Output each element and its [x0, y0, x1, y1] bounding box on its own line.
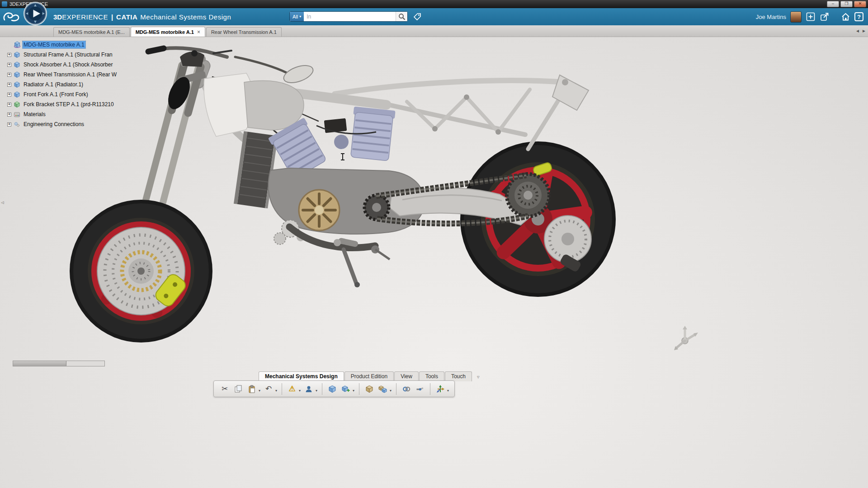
- front-wheel[interactable]: [70, 200, 212, 343]
- expand-icon[interactable]: +: [7, 73, 11, 77]
- expand-icon[interactable]: +: [7, 63, 11, 67]
- close-icon[interactable]: ×: [197, 30, 200, 34]
- search-button[interactable]: [396, 12, 407, 21]
- tree-item-fork-bracket-step[interactable]: + Fork Bracket STEP A.1 (prd-R113210: [7, 99, 117, 109]
- app-header: 3DEXPERIENCE | CATIA Mechanical Systems …: [0, 8, 868, 25]
- tree-root-label: MDG-MES motorbike A.1: [23, 41, 85, 48]
- cut-button[interactable]: ✂: [218, 382, 231, 395]
- copy-button[interactable]: [232, 382, 245, 395]
- tree-item-root[interactable]: MDG-MES motorbike A.1: [7, 40, 117, 50]
- toolbar-separator: [359, 383, 359, 395]
- expand-icon[interactable]: +: [7, 83, 11, 87]
- ribbon-tab-touch[interactable]: Touch: [445, 371, 472, 381]
- tree-item-front-fork[interactable]: + Front Fork A.1 (Front Fork): [7, 89, 117, 99]
- tree-item-label: Fork Bracket STEP A.1 (prd-R113210: [23, 101, 115, 108]
- home-button[interactable]: [840, 12, 850, 22]
- toolbar-separator: [282, 383, 282, 395]
- toolbar-separator: [396, 383, 396, 395]
- close-button[interactable]: ✕: [854, 1, 866, 7]
- connections-icon: [14, 121, 21, 128]
- help-button[interactable]: ?: [854, 12, 863, 21]
- tab-scroll-left-icon[interactable]: ◂: [856, 28, 859, 34]
- expand-icon[interactable]: +: [7, 53, 11, 57]
- minimize-button[interactable]: –: [827, 1, 839, 7]
- ribbon-collapse-icon[interactable]: ▿: [477, 374, 480, 381]
- ribbon-tab-view[interactable]: View: [394, 371, 419, 381]
- mirror: [282, 62, 316, 86]
- insert-product-button[interactable]: [326, 382, 339, 395]
- tree-item-label: Front Fork A.1 (Front Fork): [23, 91, 89, 98]
- product-icon: [14, 51, 21, 58]
- move-manipulate-button[interactable]: [434, 382, 447, 395]
- 3dexperience-compass-icon[interactable]: [23, 1, 48, 28]
- user-area: Joe Martins ?: [756, 8, 863, 25]
- tree-item-structural-frame[interactable]: + Structural Frame A.1 (Structural Fran: [7, 50, 117, 60]
- undo-dropdown-caret-icon[interactable]: ▾: [275, 389, 277, 393]
- window-controls: – ❐ ✕: [827, 1, 868, 7]
- doc-tab-motorbike-explore[interactable]: MDG-MES motorbike A.1 (E...: [53, 27, 130, 37]
- doc-tab-label: Rear Wheel Transmission A.1: [211, 29, 277, 35]
- move-dropdown-caret-icon[interactable]: ▾: [447, 389, 449, 393]
- ribbon-tab-tools[interactable]: Tools: [419, 371, 444, 381]
- tag-button[interactable]: [412, 12, 422, 22]
- search-input[interactable]: [304, 14, 396, 20]
- doc-tab-label: MDG-MES motorbike A.1 (E...: [58, 29, 125, 35]
- tree-item-radiator[interactable]: + Radiator A.1 (Radiator.1): [7, 80, 117, 89]
- update-dropdown-caret-icon[interactable]: ▾: [299, 389, 301, 393]
- search-box[interactable]: All ▾: [289, 11, 408, 22]
- spec-tree: MDG-MES motorbike A.1 + Structural Frame…: [7, 40, 117, 129]
- search-icon: [398, 13, 406, 20]
- expand-icon[interactable]: +: [7, 113, 11, 117]
- tab-scroll-right-icon[interactable]: ▸: [863, 28, 865, 34]
- horizontal-scrollbar[interactable]: [13, 361, 105, 366]
- tree-item-shock-absorber[interactable]: + Shock Absorber A.1 (Shock Absorber: [7, 60, 117, 70]
- plus-square-icon: [806, 12, 815, 21]
- parts-dropdown-caret-icon[interactable]: ▾: [390, 389, 392, 393]
- share-button[interactable]: [820, 12, 830, 22]
- new-product-button[interactable]: [340, 382, 352, 395]
- insert-part-button[interactable]: [363, 382, 376, 395]
- ribbon-tab-product-edition[interactable]: Product Edition: [344, 371, 394, 381]
- ribbon-tab-mechanical-systems-design[interactable]: Mechanical Systems Design: [259, 371, 344, 381]
- rear-wheel[interactable]: [460, 141, 616, 297]
- home-icon: [841, 12, 850, 21]
- update-button[interactable]: ⚠: [286, 382, 298, 395]
- add-content-button[interactable]: [806, 12, 816, 22]
- user-name: Joe Martins: [756, 14, 786, 20]
- expand-icon[interactable]: +: [7, 93, 11, 97]
- product-dropdown-caret-icon[interactable]: ▾: [353, 389, 354, 393]
- undo-button[interactable]: ↶: [262, 382, 275, 395]
- tree-item-materials[interactable]: + Materials: [7, 109, 117, 119]
- tree-item-engineering-connections[interactable]: + Engineering Connections: [7, 119, 117, 129]
- paste-dropdown-caret-icon[interactable]: ▾: [259, 389, 260, 393]
- tree-item-label: Shock Absorber A.1 (Shock Absorber: [23, 61, 113, 68]
- expand-icon[interactable]: +: [7, 103, 11, 107]
- brand-catia: CATIA: [116, 13, 137, 21]
- collaboration-dropdown-caret-icon[interactable]: ▾: [316, 389, 317, 393]
- mechanism-joint-button[interactable]: [414, 382, 426, 395]
- view-navigation-widget-icon[interactable]: [670, 323, 700, 354]
- scrollbar-thumb[interactable]: [13, 361, 66, 366]
- motorbike-model[interactable]: [0, 37, 868, 488]
- avatar[interactable]: [790, 11, 802, 23]
- maximize-button[interactable]: ❐: [840, 1, 853, 7]
- brand-3d: 3D: [53, 13, 62, 21]
- engineering-connection-button[interactable]: [400, 382, 413, 395]
- tree-item-rear-wheel-transmission[interactable]: + Rear Wheel Transmission A.1 (Rear W: [7, 70, 117, 80]
- 3d-viewport[interactable]: MDG-MES motorbike A.1 + Structural Frame…: [0, 37, 868, 488]
- doc-tab-motorbike-active[interactable]: MDG-MES motorbike A.1 ×: [131, 27, 205, 37]
- expand-icon[interactable]: +: [7, 122, 11, 127]
- insert-parts-button[interactable]: [377, 382, 389, 395]
- paste-button[interactable]: [245, 382, 258, 395]
- ribbon-tabbar: Mechanical Systems Design Product Editio…: [259, 371, 480, 381]
- root-product-icon: [14, 41, 21, 48]
- search-filter-dropdown[interactable]: All ▾: [290, 12, 304, 21]
- tree-item-label: Rear Wheel Transmission A.1 (Rear W: [23, 71, 118, 78]
- product-add-icon: [342, 385, 350, 393]
- collaboration-button[interactable]: [302, 382, 315, 395]
- panel-collapse-chevron-icon[interactable]: ◃: [1, 199, 4, 206]
- document-tabbar: MDG-MES motorbike A.1 (E... MDG-MES moto…: [0, 25, 868, 37]
- doc-tab-rear-wheel-transmission[interactable]: Rear Wheel Transmission A.1: [206, 27, 282, 37]
- materials-icon: [14, 111, 21, 118]
- product-icon: [14, 91, 21, 98]
